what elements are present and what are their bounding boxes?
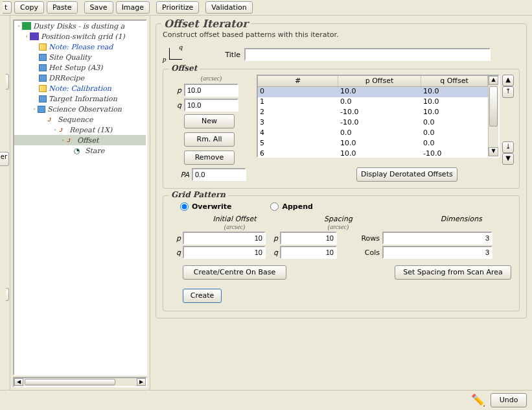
tree-label[interactable]: Note: Calibration: [49, 84, 111, 93]
grid-q-offset-input[interactable]: [183, 246, 266, 259]
cut-button-partial[interactable]: t: [3, 1, 12, 14]
cell-index: 4: [258, 128, 338, 139]
tree-twisty[interactable]: ◦: [60, 137, 66, 143]
program-tree[interactable]: ◦Dusty Disks - is dusting a ◦Position-sw…: [13, 19, 147, 376]
move-top-button[interactable]: ▲: [502, 75, 514, 86]
table-row[interactable]: 2-10.010.0: [258, 108, 488, 118]
scroll-right-icon[interactable]: ▶: [137, 378, 146, 386]
tree-label[interactable]: Sequence: [58, 115, 93, 124]
grid-cols-input[interactable]: [382, 246, 492, 259]
sequence-icon: [47, 115, 56, 123]
grid-q-spacing-input[interactable]: [280, 246, 337, 259]
table-row[interactable]: 3-10.00.0: [258, 118, 488, 128]
cell-p-offset: 10.0: [338, 139, 421, 149]
undo-icon: ✏️: [471, 393, 487, 407]
append-radio[interactable]: [270, 202, 279, 211]
col-index[interactable]: #: [258, 76, 338, 86]
table-vscrollbar[interactable]: ▲ ▼: [488, 76, 498, 156]
dimensions-header: Dimensions: [390, 215, 482, 223]
new-button[interactable]: New: [184, 114, 235, 128]
program-icon: [22, 22, 31, 30]
create-centre-base-button[interactable]: Create/Centre On Base: [183, 265, 286, 280]
tree-label[interactable]: DRRecipe: [49, 74, 84, 82]
folder-icon: [30, 32, 39, 40]
image-button[interactable]: Image: [116, 1, 150, 14]
table-row[interactable]: 010.010.0: [258, 87, 488, 97]
table-row[interactable]: 510.00.0: [258, 139, 488, 149]
cell-index: 2: [258, 108, 338, 118]
rows-label: Rows: [356, 234, 382, 243]
display-derotated-button[interactable]: Display Derotated Offsets: [356, 167, 457, 182]
grid-p-spacing-input[interactable]: [280, 232, 337, 245]
undo-button[interactable]: Undo: [491, 393, 527, 407]
table-row[interactable]: 40.00.0: [258, 128, 488, 139]
overwrite-label: Overwrite: [192, 202, 231, 211]
tree-label[interactable]: Het Setup (A3): [49, 64, 103, 72]
cell-q-offset: -10.0: [421, 149, 488, 156]
move-down-button[interactable]: ⤓: [502, 141, 514, 153]
paste-button[interactable]: Paste: [47, 1, 78, 14]
create-button[interactable]: Create: [183, 289, 222, 303]
scroll-thumb[interactable]: [25, 379, 115, 385]
cell-index: 3: [258, 118, 338, 128]
tree-label[interactable]: Science Observation: [47, 105, 122, 114]
q-input[interactable]: [184, 99, 238, 112]
copy-button[interactable]: Copy: [14, 1, 44, 14]
table-row[interactable]: 10.010.0: [258, 97, 488, 108]
arcsec-label: (arcsec): [184, 75, 238, 82]
tree-label[interactable]: Position-switch grid (1): [41, 32, 125, 41]
arcsec-label: (arcsec): [183, 223, 286, 230]
repeat-icon: [58, 126, 67, 134]
tree-label[interactable]: Note: Please read: [49, 43, 113, 51]
q-label: q: [266, 248, 280, 257]
scroll-up-icon[interactable]: ▲: [489, 76, 498, 85]
pa-input[interactable]: [192, 168, 246, 181]
tree-label[interactable]: Repeat (1X): [69, 126, 112, 134]
table-row[interactable]: 610.0-10.0: [258, 149, 488, 156]
tree-twisty[interactable]: ◦: [52, 127, 58, 133]
tree-twisty[interactable]: ◦: [16, 23, 22, 29]
move-bottom-button[interactable]: ▼: [502, 153, 514, 165]
left-stub-a[interactable]: [6, 74, 9, 90]
tree-twisty[interactable]: ◦: [23, 33, 30, 40]
cell-p-offset: -10.0: [338, 108, 421, 118]
save-button[interactable]: Save: [84, 1, 113, 14]
validation-button[interactable]: Validation: [205, 1, 252, 14]
tree-label[interactable]: Site Quality: [49, 53, 91, 62]
cell-index: 6: [258, 149, 338, 156]
tree-label[interactable]: Target Information: [49, 95, 117, 103]
move-up-button[interactable]: ⤒: [502, 86, 514, 98]
panel-title: Offset Iterator: [161, 18, 251, 30]
grid-p-offset-input[interactable]: [183, 232, 266, 245]
remove-button[interactable]: Remove: [184, 151, 235, 165]
tree-twisty[interactable]: ◦: [31, 106, 38, 112]
q-label: q: [171, 248, 183, 257]
grid-rows-input[interactable]: [382, 232, 492, 245]
tree-label-selected[interactable]: Offset: [77, 136, 98, 145]
tree-label[interactable]: Stare: [85, 147, 104, 155]
component-icon: [39, 95, 47, 102]
component-icon: [39, 75, 47, 82]
offsets-table[interactable]: # p Offset q Offset 010.010.010.010.02-1…: [258, 76, 488, 156]
rm-all-button[interactable]: Rm. All: [184, 132, 235, 147]
scroll-down-icon[interactable]: ▼: [489, 147, 498, 156]
cell-p-offset: 10.0: [338, 149, 421, 156]
spacing-header: Spacing: [286, 215, 390, 223]
title-input[interactable]: [244, 48, 491, 61]
overwrite-radio[interactable]: [180, 202, 189, 211]
tree-label[interactable]: Dusty Disks - is dusting a: [33, 22, 124, 30]
scroll-left-icon[interactable]: ◀: [14, 378, 23, 386]
prioritize-button[interactable]: Prioritize: [156, 1, 199, 14]
set-spacing-scan-button[interactable]: Set Spacing from Scan Area: [395, 265, 511, 280]
left-stub-c[interactable]: [6, 288, 9, 301]
col-q-offset[interactable]: q Offset: [421, 76, 488, 86]
arcsec-label: (arcsec): [286, 223, 390, 230]
p-input[interactable]: [184, 84, 238, 97]
col-p-offset[interactable]: p Offset: [338, 76, 421, 86]
cell-p-offset: 10.0: [338, 87, 421, 97]
scroll-thumb[interactable]: [489, 86, 498, 127]
left-stub-b[interactable]: er: [0, 152, 9, 166]
stare-icon: [74, 147, 83, 154]
p-label: p: [266, 234, 280, 243]
tree-hscrollbar[interactable]: ◀ ▶: [13, 377, 147, 387]
